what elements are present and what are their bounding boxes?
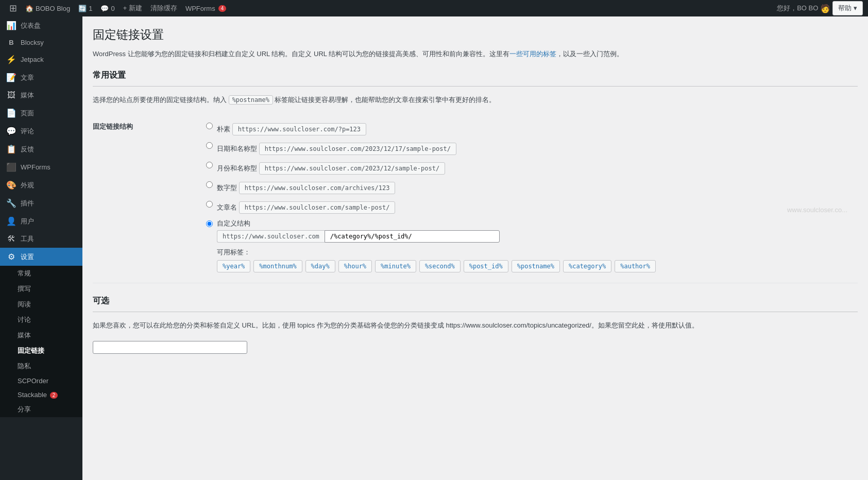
updates-item[interactable]: 🔄 1	[74, 0, 96, 16]
top-bar: ⊞ 🏠 BOBO Blog 🔄 1 💬 0 + 新建 清除缓存 WPForms …	[0, 0, 868, 16]
tag-monthnum[interactable]: %monthnum%	[253, 260, 302, 272]
radio-month-name-label[interactable]: 月份和名称型	[217, 164, 257, 172]
media-icon: 🖼	[6, 91, 16, 100]
radio-month-name-input[interactable]	[206, 162, 213, 168]
sidebar-item-label: 用户	[21, 217, 34, 226]
optional-category-input[interactable]	[93, 341, 247, 354]
optional-section: 可选 如果您喜欢，您可以在此给您的分类和标签自定义 URL。比如，使用 topi…	[93, 296, 858, 354]
tag-year[interactable]: %year%	[217, 260, 250, 272]
posts-icon: 📝	[6, 73, 16, 82]
radio-numeric-label[interactable]: 数字型	[217, 184, 237, 192]
sidebar-item-jetpack[interactable]: ⚡ Jetpack	[0, 50, 82, 68]
jetpack-icon: ⚡	[6, 55, 16, 64]
site-name: BOBO Blog	[36, 5, 70, 12]
sub-item-reading[interactable]: 阅读	[0, 297, 82, 312]
radio-numeric: 数字型 https://www.soulcloser.com/archives/…	[206, 180, 858, 194]
sub-item-permalinks[interactable]: 固定链接	[0, 343, 82, 358]
sub-item-general[interactable]: 常规	[0, 266, 82, 281]
sub-item-media[interactable]: 媒体	[0, 328, 82, 343]
tag-minute[interactable]: %minute%	[375, 260, 416, 272]
section-divider	[93, 86, 858, 87]
sidebar-item-comments[interactable]: 💬 评论	[0, 122, 82, 140]
users-icon: 👤	[6, 216, 16, 226]
desc-text-1: WordPress 让您能够为您的固定链接和归档建立自定义 URL 结构。自定义…	[93, 50, 509, 58]
radio-custom-label[interactable]: 自定义结构	[217, 219, 250, 227]
tag-author[interactable]: %author%	[615, 260, 656, 272]
optional-divider	[93, 312, 858, 312]
sidebar-item-tools[interactable]: 🛠 工具	[0, 230, 82, 248]
cache-label: 清除缓存	[150, 4, 177, 13]
sidebar-item-pages[interactable]: 📄 页面	[0, 104, 82, 122]
sidebar-item-appearance[interactable]: 🎨 外观	[0, 176, 82, 194]
sidebar-item-dashboard[interactable]: 📊 仪表盘	[0, 16, 82, 35]
page-description: WordPress 让您能够为您的固定链接和归档建立自定义 URL 结构。自定义…	[93, 49, 858, 60]
site-name-item[interactable]: 🏠 BOBO Blog	[21, 0, 74, 16]
sub-item-discussion[interactable]: 讨论	[0, 312, 82, 328]
radio-day-name: 日期和名称型 https://www.soulcloser.com/2023/1…	[206, 141, 858, 155]
new-item[interactable]: + 新建	[119, 0, 146, 16]
sub-item-share[interactable]: 分享	[0, 402, 82, 417]
desc-link[interactable]: 一些可用的标签	[509, 50, 556, 58]
common-settings-section: 常用设置 选择您的站点所要使用的固定链接结构。纳入 %postname% 标签能…	[93, 70, 858, 283]
desc-text-2: ，以及一些入门范例。	[556, 50, 623, 58]
help-button[interactable]: 帮助 ▾	[832, 1, 863, 15]
layout: 📊 仪表盘 B Blocksy ⚡ Jetpack 📝 文章 🖼 媒体 📄	[0, 16, 868, 480]
day-name-url: https://www.soulcloser.com/2023/12/17/sa…	[259, 143, 456, 155]
permalink-structure-row: 固定链接结构 朴素 https://www.soulcloser.com/?p=…	[93, 116, 858, 283]
radio-plain: 朴素 https://www.soulcloser.com/?p=123	[206, 121, 858, 135]
sidebar-item-plugins[interactable]: 🔧 插件	[0, 194, 82, 212]
sidebar-item-label: WPForms	[21, 163, 50, 171]
sidebar-item-media[interactable]: 🖼 媒体	[0, 87, 82, 104]
radio-plain-label[interactable]: 朴素	[217, 125, 230, 133]
sub-item-privacy[interactable]: 隐私	[0, 358, 82, 374]
settings-submenu: 常规 撰写 阅读 讨论 媒体 固定链接 隐私 SCPOrder Stackabl…	[0, 266, 82, 417]
sidebar-item-feedback[interactable]: 📋 反馈	[0, 140, 82, 158]
sidebar-menu: 📊 仪表盘 B Blocksy ⚡ Jetpack 📝 文章 🖼 媒体 📄	[0, 16, 82, 417]
tag-post-id[interactable]: %post_id%	[464, 260, 508, 272]
sidebar-item-blocksy[interactable]: B Blocksy	[0, 35, 82, 50]
sidebar-item-label: 插件	[21, 199, 34, 208]
radio-day-name-input[interactable]	[206, 142, 213, 149]
radio-post-name-label[interactable]: 文章名	[217, 203, 237, 211]
tag-second[interactable]: %second%	[419, 260, 461, 272]
appearance-icon: 🎨	[6, 180, 16, 190]
custom-structure-input[interactable]	[325, 230, 500, 243]
desc-part1: 选择您的站点所要使用的固定链接结构。纳入	[93, 96, 229, 104]
common-settings-desc: 选择您的站点所要使用的固定链接结构。纳入 %postname% 标签能让链接更容…	[93, 95, 858, 106]
blocksy-icon: B	[6, 39, 16, 46]
updates-icon: 🔄	[78, 5, 87, 12]
wp-logo-item[interactable]: ⊞	[5, 0, 21, 16]
sub-item-scporder[interactable]: SCPOrder	[0, 374, 82, 388]
tag-hour[interactable]: %hour%	[338, 260, 372, 272]
sidebar-item-label: Blocksy	[21, 39, 44, 46]
wpforms-item[interactable]: WPForms 4	[181, 0, 230, 16]
cache-item[interactable]: 清除缓存	[146, 0, 181, 16]
sidebar-item-wpforms[interactable]: ⬛ WPForms	[0, 158, 82, 176]
feedback-icon: 📋	[6, 144, 16, 154]
tag-category[interactable]: %category%	[563, 260, 611, 272]
radio-post-name-input[interactable]	[206, 201, 213, 208]
sidebar-item-users[interactable]: 👤 用户	[0, 212, 82, 230]
sidebar-item-label: 仪表盘	[21, 21, 41, 30]
sub-item-stackable[interactable]: Stackable 2	[0, 388, 82, 402]
comments-icon: 💬	[100, 5, 109, 12]
sidebar-item-label: 媒体	[21, 91, 34, 100]
radio-plain-input[interactable]	[206, 123, 213, 129]
custom-structure-row: https://www.soulcloser.com	[217, 230, 656, 243]
radio-day-name-label[interactable]: 日期和名称型	[217, 145, 257, 152]
custom-base-url: https://www.soulcloser.com	[217, 230, 325, 243]
sidebar-item-settings[interactable]: ⚙ 设置	[0, 248, 82, 266]
sidebar-item-label: 工具	[21, 234, 34, 244]
sidebar-item-posts[interactable]: 📝 文章	[0, 68, 82, 87]
sub-item-writing[interactable]: 撰写	[0, 281, 82, 297]
new-label: + 新建	[123, 4, 142, 13]
tag-day[interactable]: %day%	[305, 260, 335, 272]
radio-custom-input[interactable]	[206, 220, 213, 227]
tags-label: 可用标签：	[217, 248, 656, 257]
sidebar-item-label: Jetpack	[21, 56, 44, 63]
comments-item[interactable]: 💬 0	[96, 0, 118, 16]
radio-numeric-input[interactable]	[206, 181, 213, 188]
plain-url: https://www.soulcloser.com/?p=123	[232, 123, 366, 135]
tag-postname[interactable]: %postname%	[512, 260, 560, 272]
updates-count: 1	[89, 5, 92, 12]
